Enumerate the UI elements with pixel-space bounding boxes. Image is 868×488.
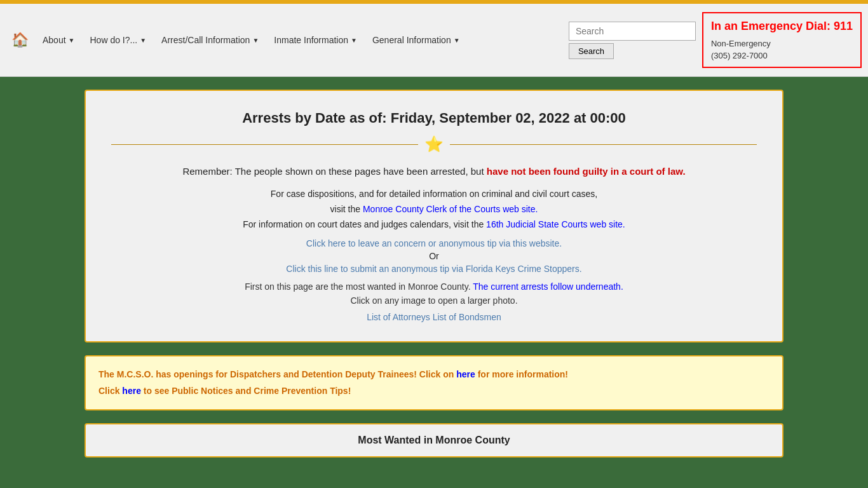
nav-arrest-info[interactable]: Arrest/Call Information ▼ [155, 30, 265, 50]
nav-about-chevron: ▼ [69, 37, 75, 44]
nav-general-info[interactable]: General Information ▼ [366, 30, 466, 50]
notice-line1: The M.C.S.O. has openings for Dispatcher… [98, 367, 770, 383]
nav-inmate-info[interactable]: Inmate Information ▼ [268, 30, 363, 50]
nav-general-info-label: General Information [372, 35, 451, 45]
search-area: Search [569, 22, 696, 59]
concern-tip-link[interactable]: Click here to leave an concern or anonym… [111, 238, 757, 248]
notice-line2: Click here to see Public Notices and Cri… [98, 383, 770, 399]
nav-inmate-info-chevron: ▼ [351, 37, 357, 44]
attorneys-bondsmen-links: List of Attorneys List of Bondsmen [111, 312, 757, 322]
divider-right [450, 144, 757, 145]
nav-arrest-info-label: Arrest/Call Information [161, 35, 250, 45]
non-emergency-label: Non-Emergency (305) 292-7000 [711, 38, 853, 61]
navigation-bar: 🏠 About ▼ How do I?... ▼ Arrest/Call Inf… [0, 4, 868, 77]
main-content: Arrests by Date as of: Friday, September… [0, 77, 868, 470]
nav-inmate-info-label: Inmate Information [274, 35, 348, 45]
disclaimer: Remember: The people shown on these page… [111, 166, 757, 177]
emergency-title: In an Emergency Dial: 911 [711, 18, 853, 34]
notice-here1-link[interactable]: here [456, 369, 475, 379]
divider-left [111, 144, 418, 145]
or-text: Or [111, 251, 757, 261]
nav-how-do-i[interactable]: How do I?... ▼ [84, 30, 153, 50]
star-icon: ⭐ [424, 135, 444, 153]
clerk-link[interactable]: Monroe County Clerk of the Courts web si… [363, 204, 538, 214]
search-input[interactable] [569, 22, 696, 41]
home-icon[interactable]: 🏠 [6, 27, 34, 53]
tip-links: Click here to leave an concern or anonym… [111, 238, 757, 274]
arrests-info-box: Arrests by Date as of: Friday, September… [85, 90, 783, 342]
bondsmen-link[interactable]: List of Bondsmen [433, 312, 501, 322]
judicial-link[interactable]: 16th Judicial State Courts web site. [486, 219, 625, 229]
nav-general-info-chevron: ▼ [454, 37, 460, 44]
nav-about[interactable]: About ▼ [36, 30, 81, 50]
emergency-box: In an Emergency Dial: 911 Non-Emergency … [702, 12, 862, 68]
search-button[interactable]: Search [569, 43, 614, 59]
page-heading: Arrests by Date as of: Friday, September… [111, 110, 757, 126]
nav-arrest-info-chevron: ▼ [252, 37, 259, 44]
crime-stoppers-link[interactable]: Click this line to submit an anonymous t… [111, 264, 757, 274]
nav-links: 🏠 About ▼ How do I?... ▼ Arrest/Call Inf… [6, 27, 569, 53]
current-arrests-link[interactable]: The current arrests follow underneath. [473, 281, 623, 292]
disclaimer-prefix: Remember: The people shown on these page… [182, 166, 486, 177]
most-wanted-box: Most Wanted in Monroe County [85, 423, 783, 458]
notice-box: The M.C.S.O. has openings for Dispatcher… [85, 355, 783, 410]
disclaimer-highlight: have not been found guilty in a court of… [487, 166, 686, 177]
notice-here2-link[interactable]: here [122, 386, 141, 396]
nav-about-label: About [43, 35, 66, 45]
nav-how-do-i-label: How do I?... [90, 35, 138, 45]
court-info: For case dispositions, and for detailed … [111, 187, 757, 232]
nav-how-do-i-chevron: ▼ [140, 37, 146, 44]
divider: ⭐ [111, 135, 757, 153]
attorneys-link[interactable]: List of Attorneys [367, 312, 430, 322]
most-wanted-note: First on this page are the most wanted i… [111, 281, 757, 292]
most-wanted-heading: Most Wanted in Monroe County [98, 435, 770, 446]
click-image-note: Click on any image to open a larger phot… [111, 295, 757, 306]
